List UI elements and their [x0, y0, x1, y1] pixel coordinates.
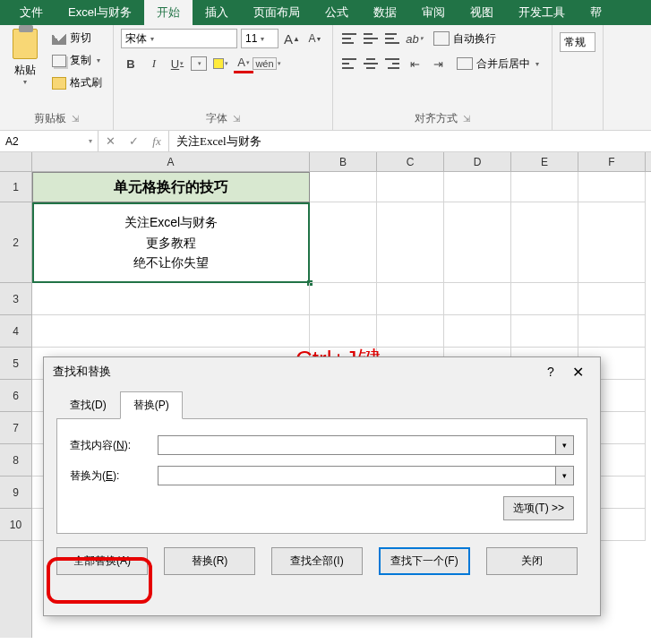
clipboard-expand-icon[interactable]: ⇲	[72, 114, 79, 124]
row-header-10[interactable]: 10	[0, 509, 31, 541]
tab-formula[interactable]: 公式	[313, 0, 361, 25]
font-color-button[interactable]: A	[234, 54, 253, 73]
font-name-combo[interactable]: 宋体▾	[121, 29, 237, 48]
align-middle-button[interactable]	[362, 30, 380, 47]
col-header-d[interactable]: D	[444, 152, 511, 171]
cell[interactable]	[310, 172, 377, 202]
paste-dropdown-icon[interactable]: ▾	[23, 78, 27, 86]
cell[interactable]	[511, 315, 578, 348]
fill-color-button[interactable]	[210, 54, 230, 73]
cell-a2[interactable]: 关注Excel与财务 更多教程 绝不让你失望	[32, 202, 310, 283]
col-header-f[interactable]: F	[578, 152, 646, 171]
cell[interactable]	[377, 283, 444, 315]
italic-button[interactable]: I	[144, 54, 164, 73]
row-header-1[interactable]: 1	[0, 172, 31, 202]
find-next-button[interactable]: 查找下一个(F)	[379, 547, 470, 575]
border-button[interactable]	[191, 56, 207, 71]
close-button[interactable]: 关闭	[486, 547, 578, 575]
cancel-edit-button[interactable]: ✕	[99, 134, 122, 148]
cell[interactable]	[377, 172, 444, 202]
cell[interactable]	[578, 172, 646, 202]
cell[interactable]	[310, 283, 377, 315]
paste-button[interactable]: 粘贴 ▾	[7, 29, 43, 86]
name-box[interactable]: A2▾	[0, 131, 99, 151]
replace-button[interactable]: 替换(R)	[164, 547, 255, 575]
cell[interactable]	[377, 315, 444, 348]
align-center-button[interactable]	[362, 56, 380, 72]
chevron-down-icon[interactable]: ▾	[535, 60, 539, 68]
cell[interactable]	[32, 283, 310, 315]
find-what-dropdown[interactable]: ▾	[556, 435, 574, 455]
font-size-combo[interactable]: 11▾	[241, 29, 278, 48]
cut-button[interactable]: 剪切	[48, 29, 106, 47]
insert-function-button[interactable]: fx	[145, 134, 168, 149]
cell[interactable]	[444, 172, 511, 202]
tab-file[interactable]: 文件	[7, 0, 56, 25]
col-header-e[interactable]: E	[511, 152, 578, 171]
orientation-button[interactable]: ab	[405, 29, 424, 48]
row-header-5[interactable]: 5	[0, 348, 31, 380]
row-header-6[interactable]: 6	[0, 380, 31, 412]
copy-dropdown-icon[interactable]: ▾	[97, 56, 100, 64]
align-top-button[interactable]	[340, 30, 358, 47]
tab-dev[interactable]: 开发工具	[506, 0, 578, 25]
dialog-close-button[interactable]: ✕	[564, 364, 591, 381]
tab-data[interactable]: 数据	[361, 0, 409, 25]
row-header-7[interactable]: 7	[0, 412, 31, 444]
dialog-title-bar[interactable]: 查找和替换 ? ✕	[44, 357, 600, 386]
number-format-combo[interactable]: 常规	[560, 32, 595, 52]
tab-view[interactable]: 视图	[458, 0, 506, 25]
tab-custom[interactable]: Excel与财务	[56, 0, 144, 25]
cell[interactable]	[310, 202, 377, 283]
align-expand-icon[interactable]: ⇲	[463, 114, 470, 124]
tab-review[interactable]: 审阅	[409, 0, 458, 25]
copy-button[interactable]: 复制▾	[48, 51, 106, 70]
cell[interactable]	[444, 283, 511, 315]
col-header-c[interactable]: C	[377, 152, 444, 171]
select-all-corner[interactable]	[0, 152, 32, 171]
phonetic-button[interactable]: wén	[257, 54, 277, 73]
row-header-9[interactable]: 9	[0, 477, 31, 509]
row-header-2[interactable]: 2	[0, 202, 31, 283]
bold-button[interactable]: B	[121, 54, 141, 73]
cell[interactable]	[444, 202, 511, 283]
row-header-8[interactable]: 8	[0, 444, 31, 477]
chevron-down-icon[interactable]: ▾	[89, 137, 92, 145]
tab-find[interactable]: 查找(D)	[56, 391, 120, 419]
align-left-button[interactable]	[340, 56, 358, 72]
dialog-help-button[interactable]: ?	[537, 365, 564, 379]
col-header-b[interactable]: B	[310, 152, 377, 171]
row-header-3[interactable]: 3	[0, 283, 31, 315]
format-painter-button[interactable]: 格式刷	[48, 73, 106, 92]
options-button[interactable]: 选项(T) >>	[503, 496, 574, 520]
find-all-button[interactable]: 查找全部(I)	[271, 547, 363, 575]
replace-with-dropdown[interactable]: ▾	[556, 466, 574, 485]
cell[interactable]	[578, 315, 646, 348]
decrease-indent-button[interactable]: ⇤	[405, 54, 424, 73]
decrease-font-button[interactable]: A▼	[305, 29, 325, 48]
cell[interactable]	[377, 202, 444, 283]
formula-input[interactable]: 关注Excel与财务	[169, 131, 651, 151]
row-header-4[interactable]: 4	[0, 315, 31, 348]
underline-button[interactable]: U	[167, 54, 187, 73]
tab-help[interactable]: 帮	[578, 0, 614, 25]
cell[interactable]	[444, 315, 511, 348]
align-bottom-button[interactable]	[383, 30, 401, 47]
replace-with-input[interactable]	[158, 466, 556, 485]
cell[interactable]	[310, 315, 377, 348]
merge-center-button[interactable]: 合并后居中▾	[451, 55, 544, 73]
confirm-edit-button[interactable]: ✓	[122, 134, 145, 148]
cell-a1[interactable]: 单元格换行的技巧	[32, 172, 310, 202]
tab-insert[interactable]: 插入	[193, 0, 241, 25]
tab-replace[interactable]: 替换(P)	[120, 391, 183, 419]
cell[interactable]	[578, 202, 646, 283]
increase-indent-button[interactable]: ⇥	[428, 54, 448, 73]
font-expand-icon[interactable]: ⇲	[233, 114, 240, 124]
align-right-button[interactable]	[383, 56, 401, 72]
cell[interactable]	[511, 283, 578, 315]
col-header-a[interactable]: A	[32, 152, 310, 171]
increase-font-button[interactable]: A▲	[282, 29, 302, 48]
tab-home[interactable]: 开始	[144, 0, 193, 25]
find-what-input[interactable]	[158, 435, 556, 455]
cell[interactable]	[578, 283, 646, 315]
